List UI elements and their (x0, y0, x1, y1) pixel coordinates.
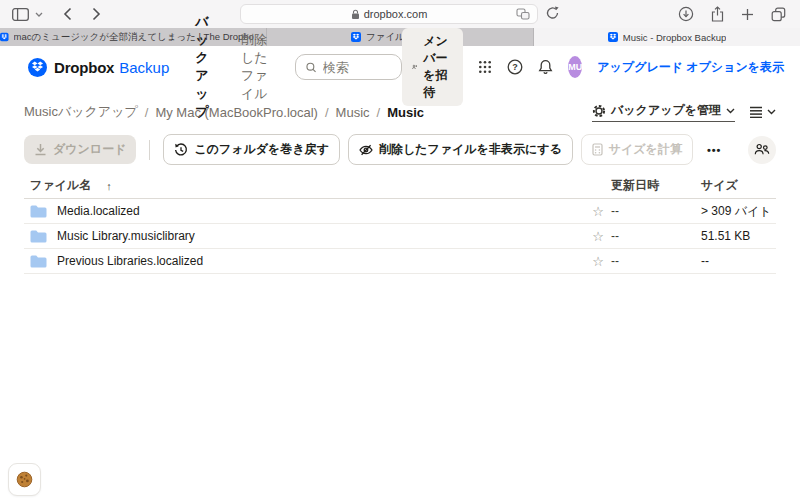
url-text: dropbox.com (364, 8, 428, 20)
rewind-folder-label: このフォルダを巻き戻す (194, 141, 329, 158)
breadcrumb-item-music[interactable]: Music (336, 105, 370, 120)
breadcrumb: Musicバックアップ / My Mac (MacBookPro.local) … (24, 103, 424, 121)
browser-toolbar: dropbox.com (0, 0, 800, 28)
modified-value: -- (611, 204, 701, 218)
logo-product-name: Backup (119, 59, 169, 76)
help-icon[interactable]: ? (507, 59, 523, 75)
share-members-button[interactable] (748, 136, 776, 164)
forward-button[interactable] (92, 7, 101, 21)
svg-text:?: ? (513, 62, 519, 72)
dropbox-favicon (351, 32, 361, 42)
cookie-preferences-button[interactable] (8, 463, 41, 496)
calculate-size-label: サイズを計算 (609, 141, 682, 158)
logo-wordmark: Dropbox (54, 59, 114, 76)
column-header-name[interactable]: ファイル名 (30, 177, 91, 194)
notifications-bell-icon[interactable] (538, 59, 553, 75)
manage-backup-dropdown[interactable]: バックアップを管理 (592, 102, 735, 122)
back-button[interactable] (63, 7, 72, 21)
file-name-link[interactable]: Previous Libraries.localized (57, 254, 203, 268)
folder-icon (30, 255, 47, 268)
cookie-icon (16, 471, 33, 488)
rewind-clock-icon (174, 143, 188, 157)
nav-item-deleted-files[interactable]: 削除したファイル (241, 31, 272, 103)
download-icon (34, 143, 47, 156)
table-row[interactable]: Media.localized ☆ -- > 309 バイト (24, 199, 776, 224)
folder-icon (30, 230, 47, 243)
star-icon[interactable]: ☆ (592, 205, 604, 218)
rewind-folder-button[interactable]: このフォルダを巻き戻す (163, 134, 340, 165)
table-row[interactable]: Music Library.musiclibrary ☆ -- 51.51 KB (24, 224, 776, 249)
invite-members-button[interactable]: メンバーを招待 (402, 28, 463, 106)
search-box[interactable] (295, 54, 403, 80)
sidebar-toggle-button[interactable] (12, 8, 29, 21)
calculator-icon (592, 143, 603, 156)
eye-off-icon (359, 143, 373, 157)
file-toolbar: ダウンロード このフォルダを巻き戻す 削除したファイルを非表示にする サイズを計… (0, 126, 800, 171)
dropbox-logo-icon (28, 58, 47, 77)
download-button[interactable]: ダウンロード (24, 135, 136, 164)
people-icon (754, 143, 770, 156)
size-value: -- (701, 254, 776, 268)
breadcrumb-separator: / (145, 105, 149, 120)
size-value: 51.51 KB (701, 229, 776, 243)
apps-grid-icon[interactable] (478, 60, 492, 74)
toolbar-divider (149, 140, 150, 160)
sidebar-chevron-down-icon[interactable] (35, 12, 43, 17)
file-name-link[interactable]: Music Library.musiclibrary (57, 229, 195, 243)
translate-icon[interactable] (516, 8, 530, 21)
hide-deleted-files-button[interactable]: 削除したファイルを非表示にする (348, 134, 573, 165)
downloads-button[interactable] (678, 6, 694, 22)
column-header-modified: 更新日時 (611, 177, 701, 194)
size-value: > 309 バイト (701, 203, 776, 220)
lock-icon (351, 9, 360, 20)
search-input[interactable] (323, 60, 391, 75)
column-header-size: サイズ (701, 177, 776, 194)
download-label: ダウンロード (53, 141, 126, 158)
more-actions-button[interactable]: ••• (701, 138, 728, 162)
chevron-down-icon (726, 108, 735, 114)
star-icon[interactable]: ☆ (592, 255, 604, 268)
modified-value: -- (611, 254, 701, 268)
view-switcher-dropdown[interactable] (749, 106, 776, 118)
dropbox-backup-page: Dropbox Backup バックアップ 削除したファイル メンバーを招待 ? (0, 46, 800, 500)
file-table: ファイル名 ↑ 更新日時 サイズ Media.localized ☆ -- > … (24, 173, 776, 274)
dropbox-logo[interactable]: Dropbox Backup (28, 58, 169, 77)
app-header: Dropbox Backup バックアップ 削除したファイル メンバーを招待 ? (0, 46, 800, 88)
sort-ascending-icon: ↑ (106, 180, 112, 192)
list-view-icon (749, 106, 763, 118)
calculate-size-button[interactable]: サイズを計算 (581, 134, 693, 165)
search-icon (306, 61, 316, 74)
breadcrumb-item-current: Music (387, 105, 424, 120)
file-name-link[interactable]: Media.localized (57, 204, 140, 218)
breadcrumb-separator: / (377, 105, 381, 120)
table-header: ファイル名 ↑ 更新日時 サイズ (24, 173, 776, 199)
manage-backup-label: バックアップを管理 (611, 102, 721, 119)
share-button[interactable] (711, 6, 724, 22)
gear-icon (592, 104, 606, 118)
address-bar[interactable]: dropbox.com (240, 4, 538, 24)
folder-icon (30, 205, 47, 218)
table-row[interactable]: Previous Libraries.localized ☆ -- -- (24, 249, 776, 274)
reload-icon[interactable] (546, 6, 559, 20)
invite-members-label: メンバーを招待 (423, 33, 453, 101)
new-tab-button[interactable] (741, 8, 754, 21)
star-icon[interactable]: ☆ (592, 230, 604, 243)
upgrade-options-link[interactable]: アップグレード オプションを表示 (597, 59, 784, 76)
breadcrumb-separator: / (325, 105, 329, 120)
tab-overview-button[interactable] (771, 7, 786, 22)
person-add-icon (412, 60, 417, 74)
chevron-down-icon (767, 109, 776, 115)
hide-deleted-files-label: 削除したファイルを非表示にする (379, 141, 562, 158)
avatar[interactable]: MU (568, 56, 582, 78)
modified-value: -- (611, 229, 701, 243)
dropbox-favicon (0, 32, 9, 42)
breadcrumb-item-my-mac[interactable]: My Mac (MacBookPro.local) (155, 105, 318, 120)
breadcrumb-item-backup-root[interactable]: Musicバックアップ (24, 103, 138, 121)
